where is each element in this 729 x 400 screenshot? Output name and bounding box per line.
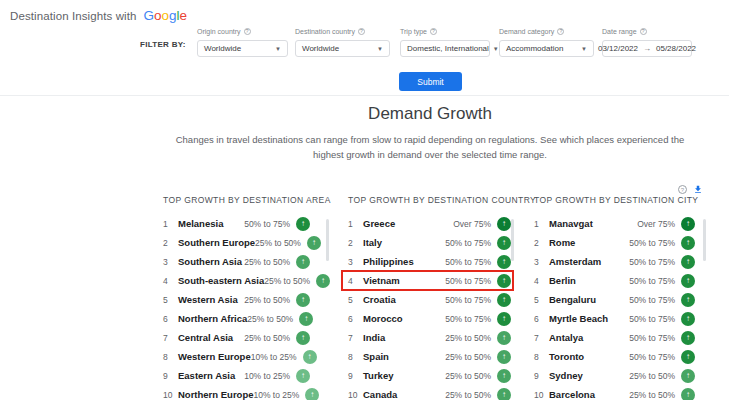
date-end-value: 05/28/2022	[656, 44, 696, 53]
rank-label: 10	[348, 390, 359, 400]
destination-name: Bengaluru	[549, 294, 596, 305]
list-item: 6 Morocco 50% to 75% ↑	[348, 309, 511, 328]
destination-name: Southern Asia	[178, 256, 242, 267]
rank-label: 2	[534, 238, 545, 248]
rank-label: 4	[163, 276, 174, 286]
growth-value: 10% to 25%	[244, 371, 290, 381]
origin-country-select[interactable]: Worldwide ▼	[197, 40, 288, 57]
help-icon[interactable]: ?	[358, 28, 365, 35]
download-icon[interactable]	[693, 184, 703, 195]
column-rows: 1 Greece Over 75% ↑ 2 Italy 50% to 75% ↑…	[348, 214, 511, 400]
demand-category-value: Accommodation	[506, 44, 563, 53]
destination-name: Berlin	[549, 275, 576, 286]
destination-name: Northern Europe	[178, 389, 253, 400]
demand-category-label: Demand category	[499, 28, 554, 35]
destination-name: Western Europe	[178, 351, 251, 362]
rank-label: 7	[534, 333, 545, 343]
google-logo-letter: g	[169, 8, 177, 23]
destination-country-select[interactable]: Worldwide ▼	[295, 40, 390, 57]
chevron-down-icon: ▼	[377, 46, 383, 52]
growth-value: 25% to 50%	[247, 314, 293, 324]
destination-name: Vietnam	[363, 275, 400, 286]
growth-value: 25% to 50%	[445, 333, 491, 343]
growth-value: 25% to 50%	[445, 352, 491, 362]
rank-label: 1	[163, 219, 174, 229]
growth-value: 50% to 75%	[629, 295, 675, 305]
growth-value: 25% to 50%	[244, 333, 290, 343]
growth-value: 50% to 75%	[445, 238, 491, 248]
destination-name: Morocco	[363, 313, 403, 324]
rank-label: 3	[534, 257, 545, 267]
destination-name: Sydney	[549, 370, 583, 381]
list-item: 2 Rome 50% to 75% ↑	[534, 233, 695, 252]
destination-name: Croatia	[363, 294, 396, 305]
list-item: 6 Northern Africa 25% to 50% ↑	[163, 309, 310, 328]
list-item: 6 Myrtle Beach 50% to 75% ↑	[534, 309, 695, 328]
help-icon[interactable]: ?	[640, 28, 647, 35]
growth-up-icon: ↑	[316, 274, 330, 288]
destination-name: Antalya	[549, 332, 583, 343]
list-item: 8 Spain 25% to 50% ↑	[348, 347, 511, 366]
help-icon[interactable]: ?	[678, 185, 687, 194]
destination-name: Amsterdam	[549, 256, 601, 267]
destination-name: Canada	[363, 389, 397, 400]
growth-value: 50% to 75%	[445, 295, 491, 305]
column-title: TOP GROWTH BY DESTINATION AREA	[163, 195, 310, 205]
list-item: 5 Croatia 50% to 75% ↑	[348, 290, 511, 309]
filter-by-label: FILTER BY:	[140, 40, 186, 49]
scrollbar-thumb[interactable]	[511, 219, 514, 261]
demand-category-select[interactable]: Accommodation ▼	[499, 40, 594, 57]
list-item-highlighted: 4 Vietnam 50% to 75% ↑	[348, 271, 511, 290]
growth-value: 25% to 50%	[629, 371, 675, 381]
destination-name: South-eastern Asia	[178, 275, 264, 286]
growth-up-icon: ↑	[681, 369, 695, 383]
growth-up-icon: ↑	[303, 350, 317, 364]
rank-label: 8	[348, 352, 359, 362]
growth-up-icon: ↑	[681, 274, 695, 288]
help-icon[interactable]: ?	[244, 28, 251, 35]
column-title: TOP GROWTH BY DESTINATION CITY	[534, 195, 695, 205]
growth-column-area: TOP GROWTH BY DESTINATION AREA 1 Melanes…	[163, 195, 310, 400]
growth-up-icon: ↑	[681, 388, 695, 400]
growth-value: 50% to 75%	[629, 314, 675, 324]
growth-up-icon: ↑	[299, 312, 313, 326]
growth-up-icon: ↑	[681, 255, 695, 269]
help-icon[interactable]: ?	[430, 28, 437, 35]
destination-country-value: Worldwide	[302, 44, 339, 53]
trip-type-select[interactable]: Domestic, International ▼	[400, 40, 490, 57]
list-item: 4 South-eastern Asia 25% to 50% ↑	[163, 271, 310, 290]
destination-name: Melanesia	[178, 218, 223, 229]
rank-label: 2	[348, 238, 359, 248]
filter-origin-country: Origin country ? Worldwide ▼	[197, 27, 288, 57]
list-item: 10 Barcelona 25% to 50% ↑	[534, 385, 695, 400]
rank-label: 9	[534, 371, 545, 381]
destination-name: Southern Europe	[178, 237, 255, 248]
growth-up-icon: ↑	[497, 369, 511, 383]
list-item: 8 Western Europe 10% to 25% ↑	[163, 347, 310, 366]
rank-label: 3	[348, 257, 359, 267]
growth-up-icon: ↑	[681, 350, 695, 364]
growth-up-icon: ↑	[681, 236, 695, 250]
google-logo-letter: e	[180, 8, 188, 23]
description-line-2: highest growth in demand over the select…	[130, 148, 729, 163]
date-range-input[interactable]: 03/12/2022 → 05/28/2022	[602, 40, 692, 57]
growth-value: 10% to 25%	[251, 352, 297, 362]
destination-name: Turkey	[363, 370, 393, 381]
growth-up-icon: ↑	[497, 388, 511, 400]
destination-insights-page: Destination Insights with Google FILTER …	[0, 0, 729, 400]
scrollbar-thumb[interactable]	[326, 219, 329, 261]
growth-up-icon: ↑	[497, 312, 511, 326]
chevron-down-icon: ▼	[275, 46, 281, 52]
rank-label: 4	[534, 276, 545, 286]
section-description: Changes in travel destinations can range…	[130, 133, 729, 162]
destination-name: Greece	[363, 218, 395, 229]
list-item: 5 Bengaluru 50% to 75% ↑	[534, 290, 695, 309]
destination-name: India	[363, 332, 385, 343]
arrow-right-icon: →	[643, 44, 651, 53]
submit-button[interactable]: Submit	[399, 72, 462, 91]
destination-name: Western Asia	[178, 294, 238, 305]
help-icon[interactable]: ?	[557, 28, 564, 35]
scrollbar-thumb[interactable]	[703, 219, 706, 261]
rank-label: 3	[163, 257, 174, 267]
destination-name: Northern Africa	[178, 313, 247, 324]
